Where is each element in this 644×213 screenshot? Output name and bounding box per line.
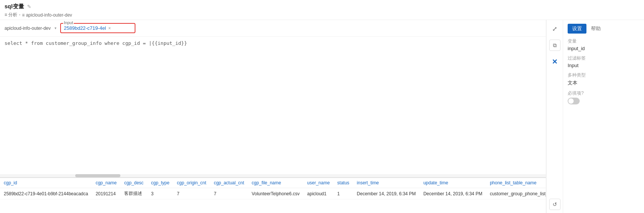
tab-help[interactable]: 帮助 xyxy=(586,24,605,34)
type-section: 多种类型 文本 xyxy=(568,72,639,86)
copy-icon[interactable]: ⧉ xyxy=(549,40,560,51)
data-table: cgp_id cgp_name cgp_desc cgp_type cgp_or… xyxy=(0,178,546,199)
required-toggle[interactable] xyxy=(568,98,580,104)
required-title: 必填项? xyxy=(568,90,639,97)
filter-label-section: 过滤标签 Input xyxy=(568,55,639,68)
scrollbar-thumb[interactable] xyxy=(75,174,120,177)
sql-area: select * from customer_group_info where … xyxy=(0,37,546,174)
variable-name: input_id xyxy=(568,46,639,51)
cell-cgp_file_name: VolunteerTelphone6.csv xyxy=(248,188,303,199)
scrollbar-area[interactable] xyxy=(0,174,546,177)
required-section: 必填项? xyxy=(568,90,639,104)
input-box-label: Input xyxy=(63,20,74,25)
type-title: 多种类型 xyxy=(568,72,639,78)
cell-user_name: apicloud1 xyxy=(304,188,334,199)
col-cgp-id[interactable]: cgp_id xyxy=(0,178,92,188)
col-user-name[interactable]: user_name xyxy=(304,178,334,188)
col-insert-time[interactable]: insert_time xyxy=(353,178,420,188)
cell-cgp_origin_cnt: 7 xyxy=(173,188,210,199)
refresh-icon[interactable]: ↺ xyxy=(549,199,560,210)
col-cgp-desc[interactable]: cgp_desc xyxy=(120,178,147,188)
table-header-row: cgp_id cgp_name cgp_desc cgp_type cgp_or… xyxy=(0,178,546,188)
cell-cgp_desc: 客群描述 xyxy=(120,188,147,199)
tab-settings[interactable]: 设置 xyxy=(568,24,586,34)
main-area: apicloud-info-outer-dev ▾ Input 2589bd22… xyxy=(0,20,644,213)
page-wrapper: sql变量 ✎ ≡ 分析 • ≡ apicloud-info-outer-dev… xyxy=(0,0,644,213)
variable-title: 变量 xyxy=(568,38,639,44)
sql-query: select * from customer_group_info where … xyxy=(5,40,187,46)
breadcrumb-sep: • xyxy=(19,12,20,18)
close-icon[interactable]: ✕ xyxy=(549,56,560,67)
col-cgp-actual-cnt[interactable]: cgp_actual_cnt xyxy=(210,178,248,188)
page-title: sql变量 xyxy=(5,3,24,10)
env-arrow[interactable]: ▾ xyxy=(55,26,56,30)
input-bar: apicloud-info-outer-dev ▾ Input 2589bd22… xyxy=(0,20,546,37)
breadcrumb: ≡ 分析 • ≡ apicloud-info-outer-dev xyxy=(5,12,639,18)
filter-label-title: 过滤标签 xyxy=(568,55,639,61)
col-update-time[interactable]: update_time xyxy=(419,178,486,188)
edit-icon[interactable]: ✎ xyxy=(27,4,31,9)
filter-label-value: Input xyxy=(568,63,639,68)
cell-insert_time: December 14, 2019, 6:34 PM xyxy=(353,188,420,199)
cell-phone_list_table_name: customer_group_phone_list_201912 xyxy=(486,188,546,199)
col-cgp-type[interactable]: cgp_type xyxy=(147,178,173,188)
right-sidebar: ⤢ ⧉ ✕ ↺ 设置 帮助 变量 input_id xyxy=(546,20,644,213)
input-box-content: 2589bd22-c719-4el × xyxy=(64,25,132,31)
header: sql变量 ✎ ≡ 分析 • ≡ apicloud-info-outer-dev xyxy=(0,0,644,20)
type-value: 文本 xyxy=(568,80,639,86)
cell-cgp_id: 2589bd22-c719-4e01-b9bf-2144beacadca xyxy=(0,188,92,199)
input-clear-icon[interactable]: × xyxy=(108,26,111,31)
cell-cgp_type: 3 xyxy=(147,188,173,199)
col-cgp-file-name[interactable]: cgp_file_name xyxy=(248,178,303,188)
sidebar-inner: ⤢ ⧉ ✕ ↺ 设置 帮助 变量 input_id xyxy=(547,20,644,213)
col-status[interactable]: status xyxy=(334,178,353,188)
cell-cgp_actual_cnt: 7 xyxy=(210,188,248,199)
breadcrumb-analysis[interactable]: ≡ 分析 xyxy=(5,12,17,18)
sidebar-content: 设置 帮助 变量 input_id 过滤标签 Input 多种类型 文本 xyxy=(563,20,644,213)
table-row: 2589bd22-c719-4e01-b9bf-2144beacadca2019… xyxy=(0,188,546,199)
data-table-wrapper[interactable]: cgp_id cgp_name cgp_desc cgp_type cgp_or… xyxy=(0,177,546,213)
cell-cgp_name: 20191214 xyxy=(92,188,120,199)
breadcrumb-env[interactable]: ≡ apicloud-info-outer-dev xyxy=(22,12,72,18)
col-phone-list-table-name[interactable]: phone_list_table_name xyxy=(486,178,546,188)
title-row: sql变量 ✎ xyxy=(5,3,639,10)
sidebar-toolbar: ⤢ ⧉ ✕ ↺ xyxy=(547,20,563,213)
env-label: apicloud-info-outer-dev xyxy=(5,26,51,31)
col-cgp-name[interactable]: cgp_name xyxy=(92,178,120,188)
variable-section: 变量 input_id xyxy=(568,38,639,51)
cell-status: 1 xyxy=(334,188,353,199)
input-value: 2589bd22-c719-4el xyxy=(64,25,106,31)
expand-icon[interactable]: ⤢ xyxy=(549,23,560,34)
input-box[interactable]: Input 2589bd22-c719-4el × xyxy=(60,23,135,33)
cell-update_time: December 14, 2019, 6:34 PM xyxy=(419,188,486,199)
sidebar-tabs: 设置 帮助 xyxy=(568,24,639,34)
left-panel: apicloud-info-outer-dev ▾ Input 2589bd22… xyxy=(0,20,546,213)
col-cgp-origin-cnt[interactable]: cgp_origin_cnt xyxy=(173,178,210,188)
